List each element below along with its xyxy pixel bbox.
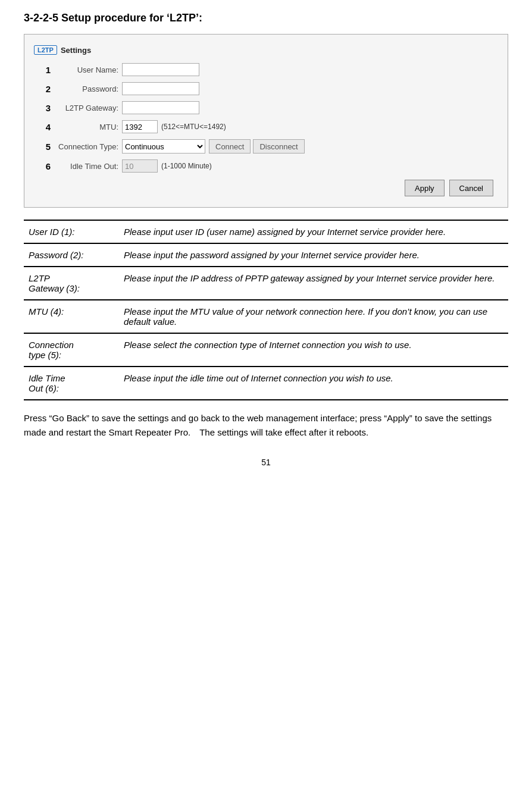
desc-label-0: User ID (1): (24, 220, 119, 243)
settings-panel: L2TP Settings 1 User Name: 2 Password: 3… (24, 34, 508, 208)
page-title: 3-2-2-5 Setup procedure for ‘L2TP’: (24, 12, 508, 24)
desc-text-2: Please input the IP address of PPTP gate… (119, 267, 508, 300)
desc-label-1: Password (2): (24, 243, 119, 267)
desc-label-4: Connection type (5): (24, 333, 119, 367)
mtu-input[interactable] (122, 120, 158, 133)
desc-text-4: Please select the connection type of Int… (119, 333, 508, 367)
disconnect-button[interactable]: Disconnect (253, 139, 304, 154)
desc-row-4: Connection type (5): Please select the c… (24, 333, 508, 367)
connection-type-row: 5 Connection Type: Continuous Connect on… (34, 139, 493, 154)
field-num-1: 1 (34, 65, 51, 75)
settings-title: Settings (61, 46, 91, 55)
connection-type-select[interactable]: Continuous Connect on Demand Manual (122, 139, 205, 154)
mtu-label: MTU: (53, 123, 118, 131)
button-row: Apply Cancel (34, 180, 493, 196)
desc-label-5: Idle Time Out (6): (24, 367, 119, 400)
mtu-hint: (512<=MTU<=1492) (161, 123, 226, 131)
gateway-label: L2TP Gateway: (53, 104, 118, 112)
connect-button[interactable]: Connect (209, 139, 251, 154)
connection-type-label: Connection Type: (53, 142, 118, 151)
field-num-3: 3 (34, 103, 51, 113)
username-input[interactable] (122, 63, 199, 76)
l2tp-badge: L2TP (34, 45, 57, 55)
desc-row-5: Idle Time Out (6): Please input the idle… (24, 367, 508, 400)
field-num-2: 2 (34, 84, 51, 94)
desc-row-3: MTU (4): Please input the MTU value of y… (24, 300, 508, 333)
desc-text-1: Please input the password assigned by yo… (119, 243, 508, 267)
desc-text-5: Please input the idle time out of Intern… (119, 367, 508, 400)
page-number: 51 (24, 458, 508, 467)
idle-timeout-label: Idle Time Out: (53, 162, 118, 171)
idle-timeout-row: 6 Idle Time Out: (1-1000 Minute) (34, 159, 493, 173)
desc-label-3: MTU (4): (24, 300, 119, 333)
password-row: 2 Password: (34, 82, 493, 95)
gateway-input[interactable] (122, 101, 199, 114)
field-num-6: 6 (34, 161, 51, 171)
desc-label-2: L2TP Gateway (3): (24, 267, 119, 300)
field-num-4: 4 (34, 122, 51, 132)
settings-header: L2TP Settings (34, 45, 493, 55)
password-label: Password: (53, 84, 118, 93)
desc-text-0: Please input user ID (user name) assigne… (119, 220, 508, 243)
username-label: User Name: (53, 65, 118, 74)
description-table: User ID (1): Please input user ID (user … (24, 220, 508, 400)
mtu-row: 4 MTU: (512<=MTU<=1492) (34, 120, 493, 133)
footer-text: Press “Go Back” to save the settings and… (24, 411, 508, 440)
desc-row-0: User ID (1): Please input user ID (user … (24, 220, 508, 243)
username-row: 1 User Name: (34, 63, 493, 76)
field-num-5: 5 (34, 142, 51, 152)
idle-timeout-input[interactable] (122, 159, 158, 173)
desc-row-1: Password (2): Please input the password … (24, 243, 508, 267)
desc-row-2: L2TP Gateway (3): Please input the IP ad… (24, 267, 508, 300)
idle-timeout-hint: (1-1000 Minute) (161, 162, 212, 170)
password-input[interactable] (122, 82, 199, 95)
cancel-button[interactable]: Cancel (449, 180, 493, 196)
gateway-row: 3 L2TP Gateway: (34, 101, 493, 114)
apply-button[interactable]: Apply (405, 180, 445, 196)
desc-text-3: Please input the MTU value of your netwo… (119, 300, 508, 333)
